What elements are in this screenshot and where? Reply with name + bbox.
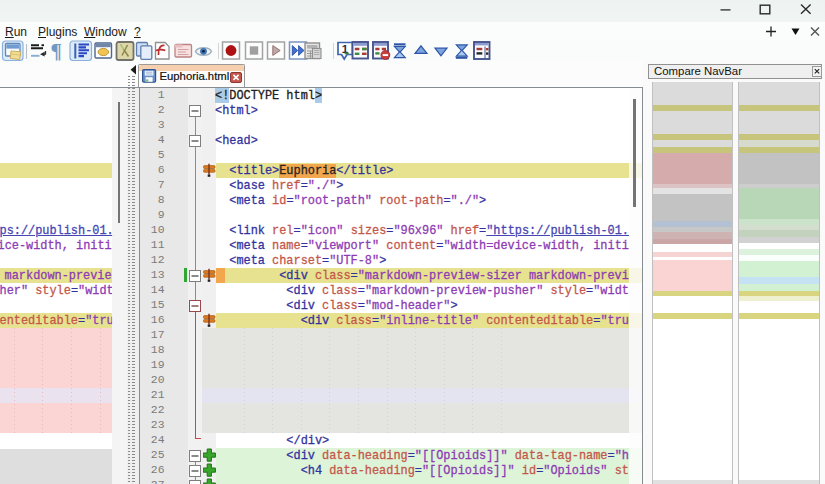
svg-text:¶: ¶ xyxy=(51,40,62,62)
